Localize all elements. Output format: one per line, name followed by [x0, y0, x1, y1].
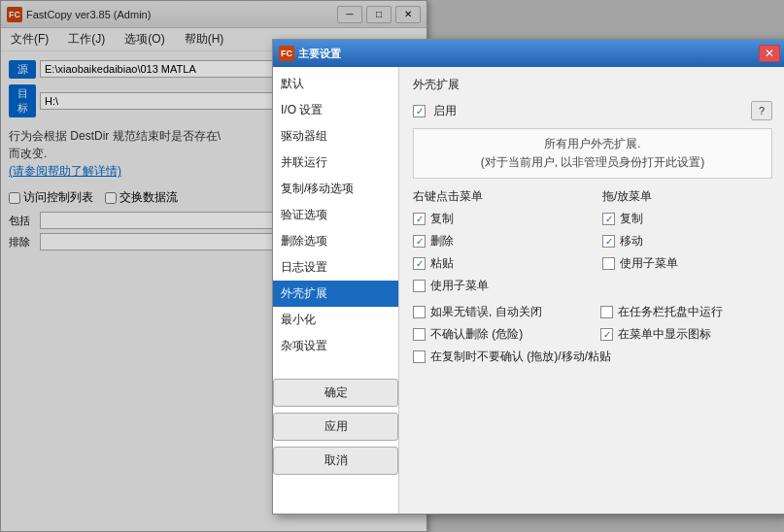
- dialog-right-content: 外壳扩展 启用 ? 所有用户外壳扩展. (对于当前用户, 以非管理员身份打开此设…: [399, 67, 784, 514]
- dd-copy-row: 复制: [602, 211, 772, 227]
- rc-paste-row: 粘贴: [413, 255, 583, 272]
- cancel-btn[interactable]: 取消: [273, 447, 398, 475]
- rc-copy-row: 复制: [413, 211, 583, 227]
- rc-paste-label: 粘贴: [430, 255, 454, 272]
- rc-delete-checkbox[interactable]: [413, 235, 426, 248]
- opt-show-icon-checkbox[interactable]: [600, 328, 613, 341]
- nav-drives[interactable]: 驱动器组: [273, 123, 398, 150]
- nav-copy-move[interactable]: 复制/移动选项: [273, 176, 398, 202]
- dd-copy-checkbox[interactable]: [602, 213, 615, 225]
- rc-copy-checkbox[interactable]: [413, 213, 426, 225]
- nav-verify[interactable]: 验证选项: [273, 202, 398, 228]
- drag-drop-checkboxes: 复制 移动 使用子菜单: [602, 211, 772, 272]
- nav-shell[interactable]: 外壳扩展: [273, 281, 398, 307]
- two-col-section: 右键点击菜单 复制 删除 粘贴: [413, 188, 772, 294]
- dialog-body: 默认 I/O 设置 驱动器组 并联运行 复制/移动选项 验证选项 删除选项 日志…: [273, 67, 784, 514]
- help-btn[interactable]: ?: [751, 101, 772, 120]
- nav-io[interactable]: I/O 设置: [273, 97, 398, 123]
- enable-row: 启用 ?: [413, 101, 772, 120]
- dialog-close-btn[interactable]: ✕: [759, 45, 780, 62]
- bottom-row-3: 在复制时不要确认 (拖放)/移动/粘贴: [413, 349, 772, 365]
- opt-no-confirm-delete-label: 不确认删除 (危险): [430, 326, 523, 343]
- opt-no-confirm-copy-label: 在复制时不要确认 (拖放)/移动/粘贴: [430, 349, 611, 365]
- section-title: 外壳扩展: [413, 77, 772, 93]
- opt-tray-item: 在任务栏托盘中运行: [600, 304, 772, 320]
- opt-tray-label: 在任务栏托盘中运行: [618, 304, 723, 320]
- right-click-checkboxes: 复制 删除 粘贴 使用子菜单: [413, 211, 583, 294]
- dd-submenu-label: 使用子菜单: [620, 255, 678, 272]
- rc-submenu-checkbox[interactable]: [413, 280, 426, 292]
- rc-delete-row: 删除: [413, 233, 583, 249]
- rc-delete-label: 删除: [430, 233, 454, 249]
- dialog-icon: FC: [279, 46, 294, 61]
- dialog-title: 主要设置: [298, 47, 755, 61]
- rc-paste-checkbox[interactable]: [413, 257, 426, 270]
- nav-minimize[interactable]: 最小化: [273, 307, 398, 333]
- opt-show-icon-label: 在菜单中显示图标: [618, 326, 711, 343]
- dd-move-checkbox[interactable]: [602, 235, 615, 248]
- opt-auto-close-label: 如果无错误, 自动关闭: [430, 304, 542, 320]
- opt-show-icon-item: 在菜单中显示图标: [600, 326, 772, 343]
- nav-default[interactable]: 默认: [273, 71, 398, 97]
- nav-log[interactable]: 日志设置: [273, 254, 398, 281]
- rc-submenu-row: 使用子菜单: [413, 278, 583, 294]
- dd-move-row: 移动: [602, 233, 772, 249]
- nav-misc[interactable]: 杂项设置: [273, 333, 398, 359]
- right-click-title: 右键点击菜单: [413, 188, 583, 205]
- opt-no-confirm-copy-checkbox[interactable]: [413, 350, 426, 363]
- apply-btn[interactable]: 应用: [273, 413, 398, 441]
- enable-label: 启用: [433, 103, 457, 119]
- dd-submenu-row: 使用子菜单: [602, 255, 772, 272]
- settings-dialog: FC 主要设置 ✕ 默认 I/O 设置 驱动器组 并联运行 复制/移动选项 验证…: [272, 39, 784, 515]
- bottom-options: 如果无错误, 自动关闭 在任务栏托盘中运行 不确认删除 (危险) 在菜单中显示图…: [413, 304, 772, 365]
- opt-auto-close-checkbox[interactable]: [413, 306, 426, 318]
- drag-drop-title: 拖/放菜单: [602, 188, 772, 205]
- bottom-row-1: 如果无错误, 自动关闭 在任务栏托盘中运行: [413, 304, 772, 320]
- rc-submenu-label: 使用子菜单: [430, 278, 489, 294]
- nav-list: 默认 I/O 设置 驱动器组 并联运行 复制/移动选项 验证选项 删除选项 日志…: [273, 67, 399, 514]
- opt-auto-close-item: 如果无错误, 自动关闭: [413, 304, 585, 320]
- opt-no-confirm-delete-item: 不确认删除 (危险): [413, 326, 585, 343]
- nav-parallel[interactable]: 并联运行: [273, 150, 398, 176]
- nav-delete[interactable]: 删除选项: [273, 228, 398, 254]
- dialog-titlebar: FC 主要设置 ✕: [273, 40, 784, 67]
- dd-submenu-checkbox[interactable]: [602, 257, 615, 270]
- enable-checkbox[interactable]: [413, 105, 426, 117]
- info-box: 所有用户外壳扩展. (对于当前用户, 以非管理员身份打开此设置): [413, 128, 772, 179]
- opt-tray-checkbox[interactable]: [600, 306, 613, 318]
- opt-no-confirm-delete-checkbox[interactable]: [413, 328, 426, 341]
- rc-copy-label: 复制: [430, 211, 454, 227]
- dd-move-label: 移动: [620, 233, 643, 249]
- confirm-btn[interactable]: 确定: [273, 379, 398, 407]
- dd-copy-label: 复制: [620, 211, 643, 227]
- right-click-section: 右键点击菜单 复制 删除 粘贴: [413, 188, 583, 294]
- drag-drop-section: 拖/放菜单 复制 移动 使用子菜单: [602, 188, 772, 294]
- bottom-row-2: 不确认删除 (危险) 在菜单中显示图标: [413, 326, 772, 343]
- opt-no-confirm-copy-item: 在复制时不要确认 (拖放)/移动/粘贴: [413, 349, 611, 365]
- dialog-footer: 确定 应用 取消: [273, 379, 398, 475]
